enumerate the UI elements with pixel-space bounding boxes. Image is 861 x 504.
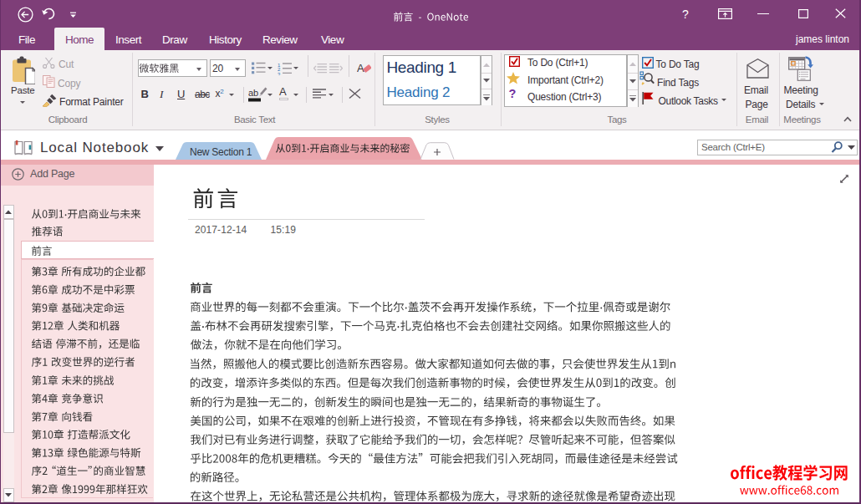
svg-text:ab: ab <box>248 88 258 98</box>
svg-text:A: A <box>357 62 364 74</box>
svg-text:3: 3 <box>278 71 281 75</box>
